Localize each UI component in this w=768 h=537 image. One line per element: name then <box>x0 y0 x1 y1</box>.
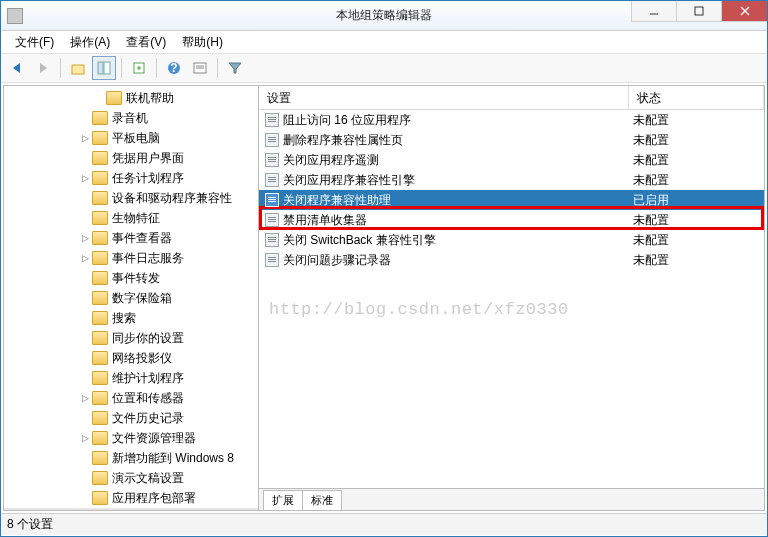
expander-icon[interactable]: ▷ <box>78 171 92 185</box>
tree-item-label: 位置和传感器 <box>112 390 184 407</box>
window-title: 本地组策略编辑器 <box>336 7 432 24</box>
expander-icon <box>78 331 92 345</box>
setting-icon <box>265 253 279 267</box>
setting-icon <box>265 233 279 247</box>
tree-item[interactable]: 演示文稿设置 <box>4 468 258 488</box>
tree-item-label: 设备和驱动程序兼容性 <box>112 190 232 207</box>
setting-name: 关闭程序兼容性助理 <box>283 192 391 209</box>
tree-item[interactable]: ▷事件日志服务 <box>4 248 258 268</box>
tree-item-label: 搜索 <box>112 310 136 327</box>
setting-name: 关闭 SwitchBack 兼容性引擎 <box>283 232 436 249</box>
folder-icon <box>92 231 108 245</box>
tree-item[interactable]: ▷平板电脑 <box>4 128 258 148</box>
filter-button[interactable] <box>223 56 247 80</box>
tab-extended[interactable]: 扩展 <box>263 490 303 510</box>
folder-icon <box>92 391 108 405</box>
toolbar-separator <box>60 58 61 78</box>
folder-icon <box>92 471 108 485</box>
help-button[interactable]: ? <box>162 56 186 80</box>
minimize-button[interactable] <box>631 1 676 22</box>
menu-help[interactable]: 帮助(H) <box>174 31 231 54</box>
setting-state: 未配置 <box>629 152 764 169</box>
tree-item-label: 平板电脑 <box>112 130 160 147</box>
list-row[interactable]: 删除程序兼容性属性页未配置 <box>259 130 764 150</box>
folder-icon <box>106 91 122 105</box>
tree-item[interactable]: 新增功能到 Windows 8 <box>4 448 258 468</box>
maximize-button[interactable] <box>676 1 721 22</box>
menu-action[interactable]: 操作(A) <box>62 31 118 54</box>
setting-state: 未配置 <box>629 212 764 229</box>
expander-icon[interactable]: ▷ <box>78 231 92 245</box>
expander-icon <box>78 411 92 425</box>
tree-item-label: 生物特征 <box>112 210 160 227</box>
tree-item[interactable]: 数字保险箱 <box>4 288 258 308</box>
svg-rect-6 <box>104 62 110 74</box>
tree-item[interactable]: 同步你的设置 <box>4 328 258 348</box>
svg-text:?: ? <box>170 61 177 75</box>
column-header-setting[interactable]: 设置 <box>259 86 629 109</box>
setting-name: 删除程序兼容性属性页 <box>283 132 403 149</box>
forward-button[interactable] <box>31 56 55 80</box>
folder-icon <box>92 211 108 225</box>
setting-name: 阻止访问 16 位应用程序 <box>283 112 411 129</box>
folder-icon <box>92 111 108 125</box>
properties-button[interactable] <box>188 56 212 80</box>
list-row[interactable]: 关闭 SwitchBack 兼容性引擎未配置 <box>259 230 764 250</box>
list-row[interactable]: 阻止访问 16 位应用程序未配置 <box>259 110 764 130</box>
tree-item[interactable]: 凭据用户界面 <box>4 148 258 168</box>
expander-icon <box>78 291 92 305</box>
expander-icon[interactable]: ▷ <box>78 131 92 145</box>
setting-icon <box>265 193 279 207</box>
list-row[interactable]: 关闭应用程序遥测未配置 <box>259 150 764 170</box>
window-controls <box>631 1 767 22</box>
tree-item[interactable]: 录音机 <box>4 108 258 128</box>
tree-view-button[interactable] <box>92 56 116 80</box>
expander-icon[interactable]: ▷ <box>78 391 92 405</box>
expander-icon <box>78 371 92 385</box>
tree-item[interactable]: 事件转发 <box>4 268 258 288</box>
tree-item[interactable]: 应用程序包部署 <box>4 488 258 508</box>
tree-item-label: 文件历史记录 <box>112 410 184 427</box>
tree-item[interactable]: 网络投影仪 <box>4 348 258 368</box>
tree-item-label: 事件查看器 <box>112 230 172 247</box>
tree-item[interactable]: 生物特征 <box>4 208 258 228</box>
menu-file[interactable]: 文件(F) <box>7 31 62 54</box>
setting-icon <box>265 213 279 227</box>
up-button[interactable] <box>66 56 90 80</box>
tree-pane[interactable]: 联机帮助录音机▷平板电脑凭据用户界面▷任务计划程序设备和驱动程序兼容性生物特征▷… <box>4 86 259 510</box>
tab-standard[interactable]: 标准 <box>302 490 342 510</box>
menu-view[interactable]: 查看(V) <box>118 31 174 54</box>
list-row[interactable]: 关闭程序兼容性助理已启用 <box>259 190 764 210</box>
tree-item[interactable]: ▷位置和传感器 <box>4 388 258 408</box>
export-button[interactable] <box>127 56 151 80</box>
tree-item-label: 应用程序兼容性 <box>112 510 196 511</box>
expander-icon <box>78 491 92 505</box>
expander-icon[interactable]: ▷ <box>78 251 92 265</box>
tree-item[interactable]: 应用程序兼容性 <box>4 508 258 510</box>
tree-item-label: 数字保险箱 <box>112 290 172 307</box>
tree-item[interactable]: 设备和驱动程序兼容性 <box>4 188 258 208</box>
svg-rect-5 <box>98 62 103 74</box>
expander-icon[interactable]: ▷ <box>78 431 92 445</box>
toolbar: ? <box>1 53 767 83</box>
tree-item[interactable]: 搜索 <box>4 308 258 328</box>
list-row[interactable]: 关闭应用程序兼容性引擎未配置 <box>259 170 764 190</box>
back-button[interactable] <box>5 56 29 80</box>
list-row[interactable]: 禁用清单收集器未配置 <box>259 210 764 230</box>
tree-item[interactable]: 联机帮助 <box>4 88 258 108</box>
tree-item[interactable]: 维护计划程序 <box>4 368 258 388</box>
tree-item[interactable]: ▷文件资源管理器 <box>4 428 258 448</box>
setting-state: 未配置 <box>629 232 764 249</box>
tree-item-label: 演示文稿设置 <box>112 470 184 487</box>
setting-state: 未配置 <box>629 112 764 129</box>
setting-icon <box>265 173 279 187</box>
setting-name: 关闭问题步骤记录器 <box>283 252 391 269</box>
tree-item[interactable]: 文件历史记录 <box>4 408 258 428</box>
list-body[interactable]: http://blog.csdn.net/xfz0330 阻止访问 16 位应用… <box>259 110 764 488</box>
list-row[interactable]: 关闭问题步骤记录器未配置 <box>259 250 764 270</box>
close-button[interactable] <box>721 1 767 22</box>
column-header-state[interactable]: 状态 <box>629 86 764 109</box>
setting-state: 未配置 <box>629 252 764 269</box>
tree-item[interactable]: ▷任务计划程序 <box>4 168 258 188</box>
tree-item[interactable]: ▷事件查看器 <box>4 228 258 248</box>
